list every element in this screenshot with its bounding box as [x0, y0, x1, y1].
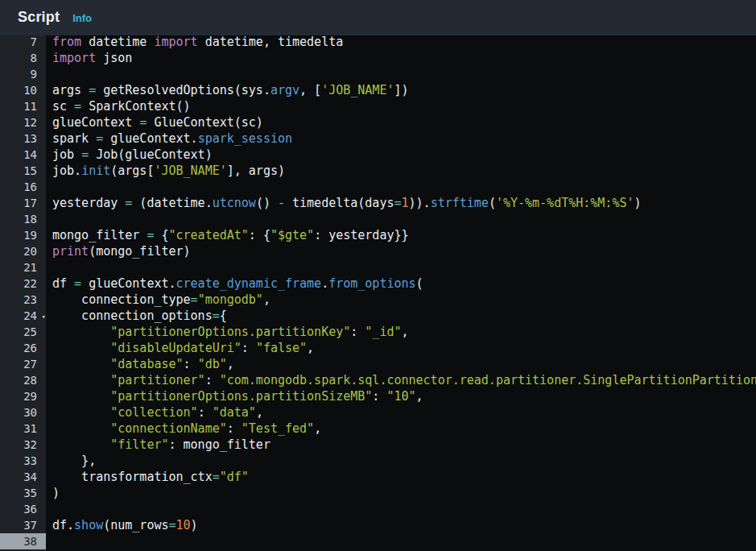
- code-line[interactable]: 29 "partitionerOptions.partitionSizeMB":…: [0, 388, 756, 404]
- code-text: df = glueContext.create_dynamic_frame.fr…: [46, 276, 756, 292]
- code-text: [46, 179, 756, 195]
- code-text: [46, 533, 756, 549]
- code-text: args = getResolvedOptions(sys.argv, ['JO…: [46, 82, 756, 98]
- line-number: 16: [0, 179, 46, 195]
- line-number: 36: [0, 501, 46, 517]
- code-text: df.show(num_rows=10): [46, 517, 756, 533]
- code-line[interactable]: 32 "filter": mongo_filter: [0, 437, 756, 453]
- code-line[interactable]: 15job.init(args['JOB_NAME'], args): [0, 163, 756, 179]
- code-text: "partitioner": "com.mongodb.spark.sql.co…: [46, 372, 756, 388]
- code-line[interactable]: 11sc = SparkContext(): [0, 98, 756, 114]
- code-line[interactable]: 24▾ connection_options={: [0, 308, 756, 324]
- code-line[interactable]: 38: [0, 533, 756, 549]
- code-line[interactable]: 22df = glueContext.create_dynamic_frame.…: [0, 276, 756, 292]
- line-number: 12: [0, 114, 46, 130]
- line-number: 11: [0, 98, 46, 114]
- code-line[interactable]: 18: [0, 211, 756, 227]
- line-number: 18: [0, 211, 46, 227]
- code-text: print(mongo_filter): [46, 243, 756, 259]
- fold-arrow-icon[interactable]: ▾: [42, 309, 46, 325]
- line-number: 22: [0, 276, 46, 292]
- line-number: 7: [0, 35, 46, 50]
- code-text: glueContext = GlueContext(sc): [46, 114, 756, 130]
- code-text: job.init(args['JOB_NAME'], args): [46, 163, 756, 179]
- code-line[interactable]: 12glueContext = GlueContext(sc): [0, 114, 756, 130]
- code-text: [46, 259, 756, 276]
- code-text: [46, 66, 756, 82]
- line-number: 31: [0, 420, 46, 437]
- code-line[interactable]: 7from datetime import datetime, timedelt…: [0, 35, 756, 50]
- code-text: job = Job(glueContext): [46, 147, 756, 163]
- code-line[interactable]: 31 "connectionName": "Test_fed",: [0, 420, 756, 437]
- code-line[interactable]: 37df.show(num_rows=10): [0, 517, 756, 533]
- code-text: spark = glueContext.spark_session: [46, 130, 756, 147]
- panel-title: Script: [18, 9, 60, 26]
- active-line-number: 38: [0, 533, 46, 549]
- code-text: connection_type="mongodb",: [46, 292, 756, 308]
- code-line[interactable]: 9: [0, 66, 756, 82]
- line-number: 17: [0, 195, 46, 211]
- code-line[interactable]: 36: [0, 501, 756, 517]
- line-number: 29: [0, 388, 46, 404]
- code-line[interactable]: 28 "partitioner": "com.mongodb.spark.sql…: [0, 372, 756, 388]
- line-number: 34: [0, 469, 46, 485]
- code-line[interactable]: 21: [0, 259, 756, 276]
- line-number: 10: [0, 82, 46, 98]
- panel-header: Script Info: [0, 0, 756, 35]
- code-text: import json: [46, 50, 756, 66]
- code-line[interactable]: 13spark = glueContext.spark_session: [0, 130, 756, 147]
- code-line[interactable]: 35): [0, 485, 756, 501]
- line-number: 33: [0, 453, 46, 469]
- code-lines: 7from datetime import datetime, timedelt…: [0, 35, 756, 549]
- code-line[interactable]: 30 "collection": "data",: [0, 404, 756, 420]
- line-number: 14: [0, 147, 46, 163]
- code-text: "disableUpdateUri": "false",: [46, 340, 756, 356]
- line-number: 21: [0, 259, 46, 276]
- line-number: 28: [0, 372, 46, 388]
- line-number: 37: [0, 517, 46, 533]
- code-text: "connectionName": "Test_fed",: [46, 420, 756, 437]
- code-line[interactable]: 14job = Job(glueContext): [0, 147, 756, 163]
- info-link[interactable]: Info: [72, 12, 92, 24]
- code-text: "filter": mongo_filter: [46, 437, 756, 453]
- code-line[interactable]: 20print(mongo_filter): [0, 243, 756, 259]
- code-text: transformation_ctx="df": [46, 469, 756, 485]
- code-line[interactable]: 23 connection_type="mongodb",: [0, 292, 756, 308]
- code-line[interactable]: 33 },: [0, 453, 756, 469]
- code-text: ): [46, 485, 756, 501]
- code-line[interactable]: 25 "partitionerOptions.partitionKey": "_…: [0, 324, 756, 340]
- code-line[interactable]: 26 "disableUpdateUri": "false",: [0, 340, 756, 356]
- code-text: "partitionerOptions.partitionKey": "_id"…: [46, 324, 756, 340]
- line-number: 35: [0, 485, 46, 501]
- code-text: "partitionerOptions.partitionSizeMB": "1…: [46, 388, 756, 404]
- code-line[interactable]: 8import json: [0, 50, 756, 66]
- code-text: [46, 211, 756, 227]
- code-text: mongo_filter = {"createdAt": {"$gte": ye…: [46, 227, 756, 243]
- code-text: yesterday = (datetime.utcnow() - timedel…: [46, 195, 756, 211]
- code-line[interactable]: 27 "database": "db",: [0, 356, 756, 372]
- line-number: 30: [0, 404, 46, 420]
- code-text: from datetime import datetime, timedelta: [46, 35, 756, 50]
- code-line[interactable]: 17yesterday = (datetime.utcnow() - timed…: [0, 195, 756, 211]
- line-number: 19: [0, 227, 46, 243]
- line-number: 9: [0, 66, 46, 82]
- line-number: 24▾: [0, 308, 46, 324]
- code-line[interactable]: 10args = getResolvedOptions(sys.argv, ['…: [0, 82, 756, 98]
- code-text: connection_options={: [46, 308, 756, 324]
- code-text: [46, 501, 756, 517]
- code-line[interactable]: 16: [0, 179, 756, 195]
- code-text: "collection": "data",: [46, 404, 756, 420]
- code-text: },: [46, 453, 756, 469]
- line-number: 32: [0, 437, 46, 453]
- line-number: 13: [0, 130, 46, 147]
- line-number: 8: [0, 50, 46, 66]
- line-number: 25: [0, 324, 46, 340]
- code-line[interactable]: 19mongo_filter = {"createdAt": {"$gte": …: [0, 227, 756, 243]
- script-editor[interactable]: 7from datetime import datetime, timedelt…: [0, 35, 756, 551]
- line-number: 15: [0, 163, 46, 179]
- line-number: 20: [0, 243, 46, 259]
- code-line[interactable]: 34 transformation_ctx="df": [0, 469, 756, 485]
- code-text: "database": "db",: [46, 356, 756, 372]
- code-text: sc = SparkContext(): [46, 98, 756, 114]
- line-number: 27: [0, 356, 46, 372]
